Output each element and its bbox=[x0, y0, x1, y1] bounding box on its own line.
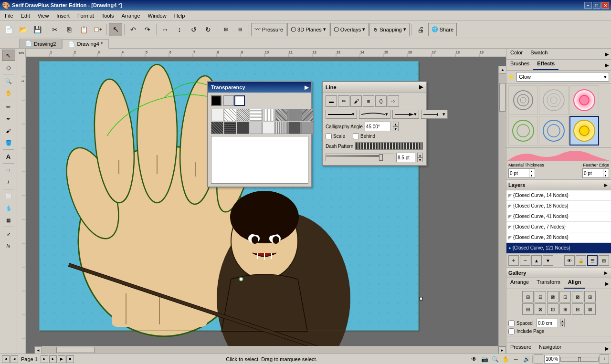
transparency-black-swatch[interactable] bbox=[211, 95, 221, 106]
save-button[interactable]: 💾 bbox=[31, 23, 44, 36]
swatch-13[interactable] bbox=[275, 122, 288, 134]
effects-panel-menu[interactable]: ▶ bbox=[603, 60, 611, 70]
canvas-hscrollbar[interactable]: ◄ ► bbox=[34, 346, 506, 354]
align-right-btn[interactable]: ⊠ bbox=[547, 291, 558, 302]
behind-checkbox-label[interactable]: Behind bbox=[353, 133, 375, 139]
tab-color[interactable]: Color bbox=[506, 49, 527, 59]
feather-down[interactable]: ▼ bbox=[603, 173, 608, 177]
tab-pressure[interactable]: Pressure bbox=[506, 343, 535, 354]
dash-pattern-preview[interactable] bbox=[355, 142, 423, 150]
vscroll-thumb[interactable] bbox=[499, 83, 506, 112]
align-top-btn[interactable]: ⊡ bbox=[559, 291, 571, 302]
tab-drawing2[interactable]: 📄 Drawing2 bbox=[19, 39, 62, 48]
pressure-button[interactable]: 〰 Pressure bbox=[251, 23, 286, 36]
title-bar-controls[interactable]: − □ ✕ bbox=[584, 2, 609, 9]
align-center-v-btn[interactable]: ⊠ bbox=[572, 291, 583, 302]
hscroll-right-btn[interactable]: ► bbox=[498, 346, 506, 354]
zoom-slider[interactable] bbox=[560, 357, 599, 362]
paste-special-button[interactable]: 📋+ bbox=[91, 23, 105, 36]
view-icon-4[interactable]: ✋ bbox=[501, 354, 510, 364]
spaced-spinner[interactable]: ▲ ▼ bbox=[560, 319, 565, 327]
zoom-level-display[interactable]: 100% bbox=[544, 355, 559, 364]
menu-edit[interactable]: Edit bbox=[17, 12, 34, 20]
line-weight-spinner[interactable]: ▲ ▼ bbox=[417, 153, 423, 162]
layer-item-3[interactable]: ◤ {Closed Curve, 41 Nodes} bbox=[506, 211, 611, 222]
effect-item-4[interactable] bbox=[508, 116, 538, 146]
tab-align[interactable]: Align bbox=[564, 278, 585, 289]
swatch-0[interactable] bbox=[211, 109, 223, 121]
swatch-5[interactable] bbox=[275, 109, 288, 121]
line-weight-up[interactable]: ▲ bbox=[417, 153, 423, 157]
calligraphy-angle-input[interactable] bbox=[365, 122, 391, 131]
spaced-value-input[interactable] bbox=[537, 319, 558, 327]
effect-item-2[interactable] bbox=[539, 85, 569, 115]
canvas-vscrollbar[interactable]: ▲ ▼ bbox=[498, 66, 506, 354]
swatch-15[interactable] bbox=[301, 122, 314, 134]
tab-navigator[interactable]: Navigator bbox=[535, 343, 565, 354]
layer-move-down-btn[interactable]: ▼ bbox=[543, 255, 553, 266]
fill-tool[interactable]: 🪣 bbox=[2, 137, 15, 148]
swatch-9[interactable] bbox=[224, 122, 236, 134]
prev-page-btn[interactable]: ◄ bbox=[11, 355, 18, 363]
fx-tool[interactable]: fx bbox=[2, 240, 15, 251]
layer-item-5[interactable]: ◤ {Closed Curve, 28 Nodes} bbox=[506, 232, 611, 243]
zoom-slider-thumb[interactable] bbox=[578, 357, 581, 362]
include-page-checkbox[interactable] bbox=[508, 328, 515, 334]
transparency-white-swatch[interactable] bbox=[234, 95, 245, 106]
effect-item-1[interactable] bbox=[508, 85, 538, 115]
hscroll-left-btn[interactable]: ◄ bbox=[34, 346, 42, 354]
distrib-right-btn[interactable]: ⊡ bbox=[547, 303, 558, 315]
scale-checkbox[interactable] bbox=[326, 133, 332, 139]
view-icon-6[interactable]: 🔊 bbox=[522, 354, 531, 364]
swatch-8[interactable] bbox=[211, 122, 223, 134]
pan-tool[interactable]: ✋ bbox=[2, 87, 15, 99]
line-weight-slider[interactable] bbox=[326, 154, 394, 161]
menu-format[interactable]: Format bbox=[74, 12, 98, 20]
pencil-tool[interactable]: ✏ bbox=[2, 101, 15, 113]
glow-dropdown[interactable]: Glow ▾ bbox=[516, 72, 609, 82]
planes-button[interactable]: ⬡ 3D Planes ▾ bbox=[287, 23, 329, 36]
pointer-tool-button[interactable]: ↖ bbox=[109, 23, 122, 36]
text-tool[interactable]: A bbox=[2, 151, 15, 162]
color-panel-menu[interactable]: ▶ bbox=[603, 49, 611, 59]
line-style-dropdown[interactable]: ▾ bbox=[326, 110, 357, 119]
swatch-1[interactable] bbox=[224, 109, 236, 121]
line-curve-dropdown[interactable]: ▾ bbox=[359, 110, 390, 119]
view-icon-2[interactable]: 📷 bbox=[480, 354, 489, 364]
zoom-tool[interactable]: 🔍 bbox=[2, 75, 15, 87]
material-spinner[interactable]: ▲ ▼ bbox=[529, 169, 534, 177]
swatch-14[interactable] bbox=[288, 122, 301, 134]
menu-window[interactable]: Window bbox=[144, 12, 170, 20]
hscroll-track[interactable] bbox=[42, 346, 498, 354]
maximize-button[interactable]: □ bbox=[593, 2, 600, 9]
spaced-label[interactable]: Spaced ▲ ▼ bbox=[508, 319, 609, 327]
stop-btn[interactable]: ■ bbox=[66, 355, 74, 363]
line-weight-thumb[interactable] bbox=[379, 154, 383, 161]
transparency-title-bar[interactable]: Transparency ▶ bbox=[208, 82, 311, 93]
group-button[interactable]: ⊞ bbox=[219, 23, 232, 36]
line-brush-btn[interactable]: 🖌 bbox=[350, 95, 362, 107]
layer-item-1[interactable]: ◤ {Closed Curve, 14 Nodes} bbox=[506, 190, 611, 201]
layer-item-6[interactable]: ● {Closed Curve, 121 Nodes} bbox=[506, 243, 611, 253]
tab-swatch[interactable]: Swatch bbox=[527, 49, 551, 59]
first-page-btn[interactable]: ◄ bbox=[2, 355, 10, 363]
arrange-panel-menu[interactable]: ▶ bbox=[603, 278, 611, 289]
line-weight-input[interactable] bbox=[396, 153, 415, 162]
bottom-panel-menu[interactable]: ▶ bbox=[603, 343, 611, 354]
calligraphy-down[interactable]: ▼ bbox=[393, 126, 399, 131]
minimize-button[interactable]: − bbox=[584, 2, 592, 9]
line-arrow-dropdown[interactable]: ▾ bbox=[392, 110, 419, 119]
swatch-10[interactable] bbox=[237, 122, 249, 134]
material-down[interactable]: ▼ bbox=[529, 173, 534, 177]
line-solid-btn[interactable]: ▬ bbox=[326, 95, 337, 107]
feather-spinner[interactable]: ▲ ▼ bbox=[603, 169, 608, 177]
line-weight-down[interactable]: ▼ bbox=[417, 157, 423, 162]
spaced-checkbox[interactable] bbox=[508, 320, 515, 326]
layer-item-4[interactable]: ◤ {Closed Curve, 7 Nodes} bbox=[506, 222, 611, 232]
share-button[interactable]: 🌐 Share bbox=[428, 23, 457, 36]
layer-move-up-btn[interactable]: ▲ bbox=[531, 255, 542, 266]
line-pencil-btn[interactable]: ✏ bbox=[338, 95, 349, 107]
node-tool[interactable]: ◇ bbox=[2, 62, 15, 73]
flip-v-button[interactable]: ↕ bbox=[173, 23, 186, 36]
ungroup-button[interactable]: ⊟ bbox=[233, 23, 247, 36]
